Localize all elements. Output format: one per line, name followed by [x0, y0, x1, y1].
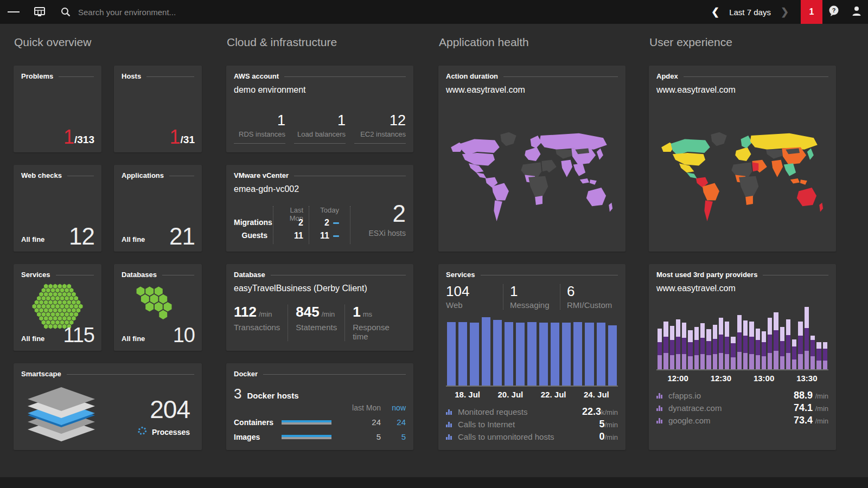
stacked-chart-bar[interactable] — [719, 318, 723, 369]
time-range-previous-icon[interactable]: ❮ — [704, 6, 727, 18]
chart-bar[interactable] — [585, 323, 593, 386]
map-region-central_africa[interactable] — [739, 176, 758, 197]
chart-bar[interactable] — [608, 325, 617, 386]
menu-icon[interactable] — [8, 6, 20, 18]
chart-bar[interactable] — [447, 322, 456, 386]
map-region-usa[interactable] — [672, 153, 705, 165]
legend-row-google[interactable]: google.com 73.4 /min — [656, 414, 828, 427]
tile-applications[interactable]: Applications All fine 21 — [114, 165, 202, 252]
search-icon[interactable] — [60, 6, 72, 18]
stacked-chart-bar[interactable] — [658, 329, 662, 369]
stacked-chart-bar[interactable] — [792, 339, 796, 369]
stacked-chart-bar[interactable] — [768, 318, 772, 369]
user-icon[interactable] — [851, 5, 863, 19]
map-region-canada[interactable] — [460, 139, 499, 155]
map-region-central_america[interactable] — [686, 172, 697, 178]
time-range-next-icon[interactable]: ❯ — [773, 6, 796, 18]
tile-web-checks[interactable]: Web checks All fine 12 — [14, 165, 101, 252]
map-region-indonesia[interactable] — [790, 178, 807, 185]
stacked-chart-bar[interactable] — [780, 327, 784, 369]
map-region-scandinavia[interactable] — [530, 136, 541, 148]
map-region-north_africa[interactable] — [521, 162, 541, 177]
tile-hosts[interactable]: Hosts 1 /31 — [114, 66, 202, 152]
chart-bar[interactable] — [562, 323, 571, 386]
stacked-chart-bar[interactable] — [706, 329, 711, 369]
map-region-new_zealand[interactable] — [609, 203, 612, 212]
map-region-japan[interactable] — [596, 149, 603, 160]
tile-problems[interactable]: Problems 1 /313 — [14, 66, 101, 152]
tile-database[interactable]: Database easyTravelBusiness (Derby Clien… — [226, 264, 413, 351]
stacked-chart-bar[interactable] — [756, 329, 760, 369]
stacked-chart-bar[interactable] — [725, 322, 729, 369]
chart-bar[interactable] — [470, 323, 478, 386]
map-region-greenland[interactable] — [711, 132, 726, 146]
map-region-south_africa[interactable] — [745, 196, 753, 205]
map-region-egypt[interactable] — [752, 162, 758, 171]
chart-bar[interactable] — [458, 322, 467, 386]
stacked-chart-bar[interactable] — [823, 342, 827, 369]
stacked-chart-bar[interactable] — [713, 325, 717, 369]
legend-row-dynatrace[interactable]: dynatrace.com 74.1 /min — [656, 402, 828, 414]
stacked-chart-bar[interactable] — [700, 323, 705, 369]
map-region-greenland[interactable] — [500, 132, 516, 146]
map-region-argentina[interactable] — [494, 201, 502, 221]
tile-vmware-vcenter[interactable]: VMware vCenter emea-gdn-vc002 Migrations… — [226, 165, 413, 252]
tile-aws-account[interactable]: AWS account demo environment 1RDS instan… — [226, 66, 413, 152]
tile-3rd-party-providers[interactable]: Most used 3rd party providers www.easytr… — [649, 264, 836, 450]
stacked-chart-bar[interactable] — [805, 307, 809, 369]
stacked-chart-bar[interactable] — [749, 322, 754, 369]
chart-bar[interactable] — [527, 322, 536, 386]
stacked-chart-bar[interactable] — [774, 312, 778, 369]
legend-row-calls-unmonitored[interactable]: Calls to unmonitored hosts 0/min — [446, 431, 618, 443]
map-region-canada[interactable] — [671, 139, 710, 155]
map-region-kazakhstan[interactable] — [766, 150, 784, 159]
map-region-se_asia[interactable] — [573, 163, 585, 176]
map-region-north_africa[interactable] — [731, 162, 752, 177]
map-region-europe[interactable] — [525, 147, 540, 161]
stacked-chart-bar[interactable] — [743, 320, 748, 369]
tile-docker[interactable]: Docker 3 Docker hosts last Mon now Conta… — [226, 363, 413, 450]
map-region-central_america[interactable] — [476, 172, 486, 178]
open-problems-badge[interactable]: 1 — [801, 0, 822, 24]
legend-row-monitored-requests[interactable]: Monitored requests 22.3k/min — [446, 406, 618, 418]
map-region-south_africa[interactable] — [535, 196, 542, 205]
dashboard-grid-icon[interactable] — [34, 6, 46, 18]
stacked-chart-bar[interactable] — [676, 319, 680, 369]
help-icon[interactable]: ? — [828, 5, 840, 19]
stacked-chart-bar[interactable] — [694, 327, 699, 369]
chart-bar[interactable] — [516, 323, 525, 386]
legend-row-calls-internet[interactable]: Calls to Internet 5/min — [446, 418, 618, 431]
stacked-chart-bar[interactable] — [670, 326, 674, 369]
stacked-chart-bar[interactable] — [737, 315, 742, 369]
stacked-chart-bar[interactable] — [762, 331, 766, 369]
map-region-kazakhstan[interactable] — [556, 150, 574, 159]
search-input[interactable] — [78, 8, 306, 17]
stacked-chart-bar[interactable] — [731, 337, 735, 369]
tile-apdex[interactable]: Apdex www.easytravel.com — [649, 66, 836, 252]
map-region-brazil[interactable] — [492, 183, 508, 201]
stacked-chart-bar[interactable] — [688, 330, 692, 369]
map-region-australia[interactable] — [796, 188, 816, 206]
stacked-chart-bar[interactable] — [786, 319, 790, 369]
chart-bar[interactable] — [482, 317, 490, 386]
map-region-egypt[interactable] — [541, 162, 548, 171]
map-region-indonesia[interactable] — [579, 178, 596, 185]
map-region-india[interactable] — [561, 160, 572, 177]
stacked-chart-bar[interactable] — [798, 322, 802, 369]
chart-bar[interactable] — [539, 323, 548, 386]
map-region-india[interactable] — [771, 160, 783, 177]
map-region-russia[interactable] — [539, 133, 607, 150]
stacked-chart-bar[interactable] — [682, 323, 686, 369]
tile-databases[interactable]: Databases All fine 10 — [114, 264, 202, 351]
map-region-scandinavia[interactable] — [741, 136, 752, 148]
chart-bar[interactable] — [493, 320, 502, 386]
stacked-chart-bar[interactable] — [663, 322, 668, 369]
legend-row-cfapps[interactable]: cfapps.io 88.9 /min — [656, 389, 828, 402]
map-region-usa[interactable] — [462, 153, 494, 165]
map-region-europe[interactable] — [735, 147, 751, 161]
tile-services-health[interactable]: Services 104Web 1Messaging 6RMI/Custom 1… — [438, 264, 626, 450]
map-region-new_zealand[interactable] — [819, 203, 823, 212]
map-region-brazil[interactable] — [702, 183, 719, 201]
chart-bar[interactable] — [597, 323, 605, 386]
map-region-central_africa[interactable] — [528, 176, 548, 197]
